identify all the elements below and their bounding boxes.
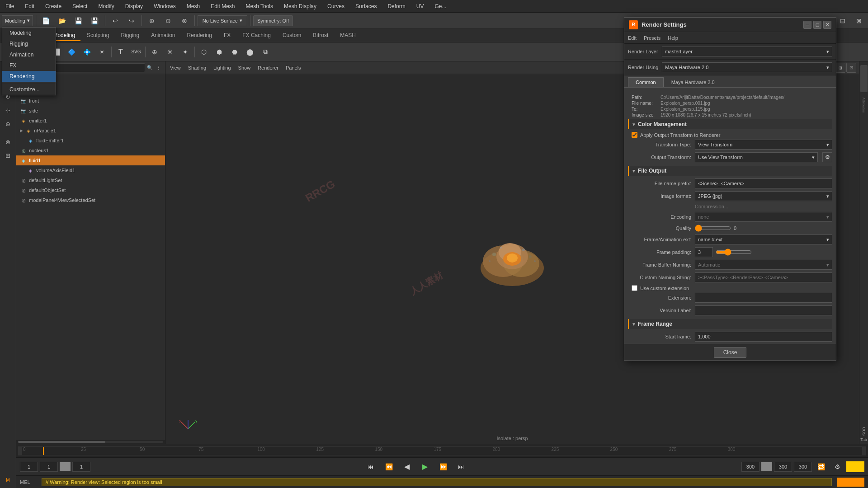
undo-btn[interactable]: ↩ (108, 14, 123, 28)
menu-curves[interactable]: Curves (326, 2, 346, 10)
menu-ge[interactable]: Ge... (433, 2, 448, 10)
tab-rendering[interactable]: Rendering (182, 30, 217, 41)
show-manip-btn[interactable]: ⊞ (2, 149, 14, 162)
mel-label[interactable]: MEL (20, 479, 38, 485)
minimize-btn[interactable]: ─ (803, 21, 811, 29)
menu-edit-mesh[interactable]: Edit Mesh (209, 2, 236, 10)
menu-animation[interactable]: Animation (2, 49, 56, 60)
merge-btn[interactable]: ⬤ (243, 45, 257, 59)
menu-create[interactable]: Create (43, 2, 63, 10)
menu-surfaces[interactable]: Surfaces (354, 2, 378, 10)
grid-snap-btn[interactable]: ✦ (178, 45, 193, 59)
save-btn[interactable]: 💾 (71, 14, 86, 28)
boolean-btn[interactable]: ⧉ (258, 45, 273, 59)
open-file-btn[interactable]: 📂 (55, 14, 70, 28)
right-icons-2[interactable]: ⊟ (835, 14, 850, 28)
render-layer-select[interactable]: masterLayer ▾ (662, 47, 832, 56)
image-format-select[interactable]: JPEG (jpg) ▾ (695, 191, 832, 201)
menu-select[interactable]: Select (71, 2, 89, 10)
tab-bifrost[interactable]: Bifrost (307, 30, 334, 41)
symmetry-btn[interactable]: Symmetry: Off (253, 15, 293, 26)
tree-volumeaxisfield1[interactable]: ◈ volumeAxisField1 (16, 165, 165, 175)
render-menu-presets[interactable]: Presets (644, 35, 660, 41)
tab-animation[interactable]: Animation (146, 30, 180, 41)
tab-mash[interactable]: MASH (335, 30, 361, 41)
viewport-menu-shading[interactable]: Shading (186, 64, 208, 71)
menu-windows[interactable]: Windows (152, 2, 178, 10)
viewport-menu-panels[interactable]: Panels (284, 64, 303, 71)
custom-naming-input[interactable] (695, 272, 832, 282)
cube-icon-btn[interactable]: 🔷 (64, 45, 79, 59)
menu-mesh[interactable]: Mesh (185, 2, 202, 10)
end-frame-field1[interactable] (741, 462, 760, 472)
text-icon-btn[interactable]: T (113, 45, 128, 59)
transform-type-select[interactable]: View Transform ▾ (695, 140, 832, 150)
current-frame-field[interactable] (40, 462, 58, 472)
no-live-surface-btn[interactable]: No Live Surface ▾ (198, 15, 247, 26)
frame-padding-slider[interactable] (716, 249, 752, 256)
menu-mesh-tools[interactable]: Mesh Tools (244, 2, 275, 10)
version-label-input[interactable] (695, 305, 832, 315)
bevel-btn[interactable]: ⬡ (197, 45, 211, 59)
star-icon-btn[interactable]: ✴ (95, 45, 109, 59)
mode-dropdown[interactable]: Modeling ▾ (2, 15, 33, 26)
settings-btn[interactable]: ⚙ (830, 460, 844, 474)
start-frame-input[interactable] (695, 332, 832, 342)
timeline-ruler[interactable]: 0 25 50 75 100 125 150 175 200 225 250 2… (16, 444, 868, 457)
encoding-select[interactable]: none ▾ (695, 212, 832, 222)
quality-slider[interactable] (695, 225, 731, 232)
use-custom-ext-checkbox[interactable] (632, 285, 637, 291)
file-output-section-header[interactable]: ▼ File Output (628, 166, 832, 176)
frame-ext-select[interactable]: name.#.ext ▾ (695, 235, 832, 244)
maximize-btn[interactable]: □ (813, 21, 821, 29)
menu-rigging[interactable]: Rigging (2, 38, 56, 49)
tree-modelpanel4[interactable]: ◎ modelPanel4ViewSelectedSet (16, 195, 165, 205)
tab-rigging[interactable]: Rigging (115, 30, 145, 41)
menu-modeling[interactable]: Modeling (2, 28, 56, 38)
workspace-btn[interactable]: M (2, 474, 14, 486)
snap-btn[interactable]: ✳ (163, 45, 177, 59)
svg-icon-btn[interactable]: SVG (129, 45, 143, 59)
filename-prefix-input[interactable] (695, 178, 832, 188)
viewport-menu-lighting[interactable]: Lighting (212, 64, 233, 71)
end-frame-field2[interactable] (774, 462, 792, 472)
tree-side[interactable]: 📷 side (16, 106, 165, 116)
tree-fluid1[interactable]: ◈ fluid1 (16, 155, 165, 165)
tree-nucleus1[interactable]: ◎ nucleus1 (16, 145, 165, 155)
end-frame-field3[interactable] (794, 462, 812, 472)
extension-input[interactable] (695, 293, 832, 303)
frame-range-section-header[interactable]: ▼ Frame Range (628, 319, 832, 329)
bridge-btn[interactable]: ⬣ (227, 45, 242, 59)
diamond-icon-btn[interactable]: 💠 (80, 45, 94, 59)
paint-btn[interactable]: ⊗ (177, 14, 192, 28)
viewport-menu-renderer[interactable]: Renderer (256, 64, 280, 71)
tab-fx[interactable]: FX (218, 30, 236, 41)
play-btn[interactable]: ▶ (418, 460, 432, 474)
render-menu-help[interactable]: Help (668, 35, 678, 41)
universal-tool-btn[interactable]: ⊕ (2, 117, 14, 130)
go-start-btn[interactable]: ⏮ (363, 460, 378, 474)
menu-edit[interactable]: Edit (23, 2, 36, 10)
tab-custom[interactable]: Custom (277, 30, 307, 41)
frame-padding-input[interactable] (695, 247, 713, 257)
timeline-right-arrow[interactable] (863, 446, 866, 455)
start-frame-field[interactable] (20, 462, 38, 472)
output-transform-select[interactable]: Use View Transform ▾ (695, 152, 818, 162)
tab-sculpting[interactable]: Sculpting (81, 30, 114, 41)
render-tab-common[interactable]: Common (628, 77, 664, 87)
menu-rendering[interactable]: Rendering (2, 71, 56, 82)
lasso-btn[interactable]: ⊙ (161, 14, 175, 28)
attr-handle[interactable] (860, 65, 868, 92)
scale-tool-btn[interactable]: ⊹ (2, 104, 14, 117)
menu-modify[interactable]: Modify (96, 2, 116, 10)
outliner-options-btn[interactable]: ⋮ (154, 63, 163, 72)
viewport-menu-show[interactable]: Show (236, 64, 253, 71)
right-icons-3[interactable]: ⊠ (852, 14, 866, 28)
tree-front[interactable]: 📷 front (16, 96, 165, 106)
select-btn[interactable]: ⊕ (145, 14, 159, 28)
output-transform-settings-btn[interactable]: ⚙ (822, 152, 832, 162)
menu-fx[interactable]: FX (2, 60, 56, 71)
tree-nparticle1[interactable]: ▶ ◈ nParticle1 (16, 126, 165, 136)
play-back-btn[interactable]: ◀ (400, 460, 414, 474)
outliner-scrollbar[interactable] (18, 441, 105, 443)
